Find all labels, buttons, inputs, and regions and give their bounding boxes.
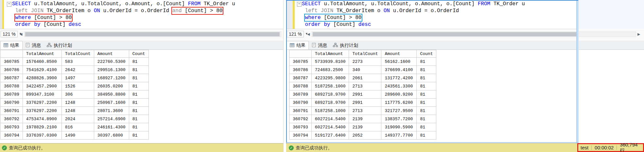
data-cell[interactable]: 5187258.1000 [311, 82, 349, 90]
data-cell[interactable]: 2991 [349, 90, 381, 99]
row-header-cell[interactable]: 360794 [289, 131, 312, 140]
scrollbar-thumb[interactable] [25, 32, 280, 36]
data-cell[interactable]: 81 [129, 131, 148, 140]
data-cell[interactable]: 30397.6800 [94, 131, 129, 140]
data-cell[interactable]: 81 [417, 74, 436, 82]
data-cell[interactable]: 2642 [61, 66, 94, 74]
column-header[interactable]: Count [417, 50, 436, 58]
sql-line[interactable]: where [Count] > 80 [302, 14, 576, 21]
data-cell[interactable]: 306 [61, 90, 94, 99]
data-cell[interactable]: 81 [129, 99, 148, 107]
data-cell[interactable]: 2139 [349, 115, 381, 123]
row-header-cell[interactable]: 360792 [1, 115, 23, 123]
data-cell[interactable]: 1978829.2100 [23, 123, 61, 131]
column-header[interactable]: TotalAmount [23, 50, 61, 58]
row-header-cell[interactable]: 360786 [289, 66, 312, 74]
data-cell[interactable]: 299516.1300 [94, 66, 129, 74]
data-cell[interactable]: 81 [417, 82, 436, 90]
row-header-cell[interactable]: 360793 [1, 123, 23, 131]
row-header-cell[interactable]: 360787 [1, 74, 23, 82]
data-cell[interactable]: 81 [417, 99, 436, 107]
column-header[interactable] [1, 50, 23, 58]
tab-execution-plan[interactable]: 执行计划 [44, 41, 75, 49]
row-header-cell[interactable]: 360787 [289, 74, 312, 82]
data-cell[interactable]: 138357.7200 [381, 115, 417, 123]
tab-results[interactable]: 结果 [287, 41, 309, 49]
tab-execution-plan[interactable]: 执行计划 [330, 41, 361, 49]
data-cell[interactable]: 2713 [349, 82, 381, 90]
data-cell[interactable]: 81 [129, 82, 148, 90]
data-cell[interactable]: 2052 [349, 131, 381, 140]
sql-line[interactable]: order by [Count] desc [12, 21, 283, 28]
data-cell[interactable]: 1490 [61, 131, 94, 140]
sql-line[interactable]: SELECT u.TotalAmount, u.TotalCount, o.Am… [12, 1, 283, 8]
data-cell[interactable]: 81 [417, 58, 436, 66]
row-header-cell[interactable]: 360785 [1, 58, 23, 66]
data-cell[interactable]: 81 [129, 66, 148, 74]
data-cell[interactable]: 81 [129, 107, 148, 115]
data-cell[interactable]: 4288826.3900 [23, 74, 61, 82]
data-cell[interactable]: 222760.5300 [94, 58, 129, 66]
tab-results[interactable]: 结果 [0, 41, 23, 49]
data-cell[interactable]: 7541629.4100 [23, 66, 61, 74]
sql-line[interactable]: SELECT u.TotalAmount, u.TotalCount, o.Am… [302, 1, 576, 8]
column-header[interactable]: TotalCount [349, 50, 381, 58]
horizontal-scrollbar[interactable] [24, 31, 281, 37]
horizontal-scrollbar[interactable] [312, 31, 636, 37]
data-cell[interactable]: 81 [129, 123, 148, 131]
data-cell[interactable]: 2139 [349, 123, 381, 131]
tab-messages[interactable]: 消息 [23, 41, 44, 49]
data-cell[interactable]: 1248 [61, 99, 94, 107]
sql-line[interactable]: where [Count] > 80 [12, 14, 283, 21]
row-header-cell[interactable]: 360791 [289, 107, 312, 115]
data-cell[interactable]: 321727.9500 [381, 107, 417, 115]
row-header-cell[interactable]: 360790 [1, 99, 23, 107]
data-cell[interactable]: 583 [61, 58, 94, 66]
data-cell[interactable]: 250967.1600 [94, 99, 129, 107]
data-cell[interactable]: 1248 [61, 107, 94, 115]
data-cell[interactable]: 5191727.6400 [311, 131, 349, 140]
data-cell[interactable]: 257214.6900 [94, 115, 129, 123]
data-cell[interactable]: 6027214.5400 [311, 115, 349, 123]
row-header-cell[interactable]: 360794 [1, 131, 23, 140]
column-header[interactable]: Count [129, 50, 148, 58]
scroll-left-icon[interactable]: ◀ [307, 32, 310, 37]
data-cell[interactable]: 1526 [61, 82, 94, 90]
row-header-cell[interactable]: 360793 [289, 123, 312, 131]
data-cell[interactable]: 28071.3600 [94, 107, 129, 115]
data-cell[interactable]: 6027214.5400 [311, 123, 349, 131]
data-cell[interactable]: 81 [417, 90, 436, 99]
data-cell[interactable]: 376699.4100 [381, 66, 417, 74]
data-cell[interactable]: 81 [129, 115, 148, 123]
data-cell[interactable]: 168927.1200 [94, 74, 129, 82]
data-cell[interactable]: 5733939.8100 [311, 58, 349, 66]
data-cell[interactable]: 81 [417, 115, 436, 123]
data-cell[interactable]: 899347.3100 [23, 90, 61, 99]
scroll-right-icon[interactable]: ▶ [637, 32, 640, 37]
data-cell[interactable]: 6892718.9700 [311, 90, 349, 99]
data-cell[interactable]: 81 [417, 107, 436, 115]
data-cell[interactable]: 117775.6200 [381, 99, 417, 107]
data-cell[interactable]: 81 [417, 131, 436, 140]
column-header[interactable]: TotalCount [61, 50, 94, 58]
scroll-left-icon[interactable]: ◀ [20, 32, 22, 37]
data-cell[interactable]: 81 [129, 58, 148, 66]
data-cell[interactable]: 2061 [349, 74, 381, 82]
data-cell[interactable]: 4223295.9800 [311, 74, 349, 82]
data-cell[interactable]: 3422457.2900 [23, 82, 61, 90]
data-cell[interactable]: 2713 [349, 107, 381, 115]
data-cell[interactable]: 5187258.1000 [311, 107, 349, 115]
sql-editor[interactable]: − SELECT u.TotalAmount, u.TotalCount, o.… [0, 0, 283, 29]
row-header-cell[interactable]: 360792 [289, 115, 312, 123]
data-cell[interactable]: 26035.0200 [94, 82, 129, 90]
data-cell[interactable]: 2273 [349, 58, 381, 66]
data-cell[interactable]: 6892718.9700 [311, 99, 349, 107]
column-header[interactable] [289, 50, 312, 58]
row-header-cell[interactable]: 360788 [289, 82, 312, 90]
scrollbar-thumb[interactable] [313, 32, 576, 36]
column-header[interactable]: Amount [381, 50, 417, 58]
data-cell[interactable]: 289600.9200 [381, 90, 417, 99]
data-cell[interactable]: 3376297.2200 [23, 107, 61, 115]
row-header-cell[interactable]: 360788 [1, 82, 23, 90]
row-header-cell[interactable]: 360791 [1, 107, 23, 115]
